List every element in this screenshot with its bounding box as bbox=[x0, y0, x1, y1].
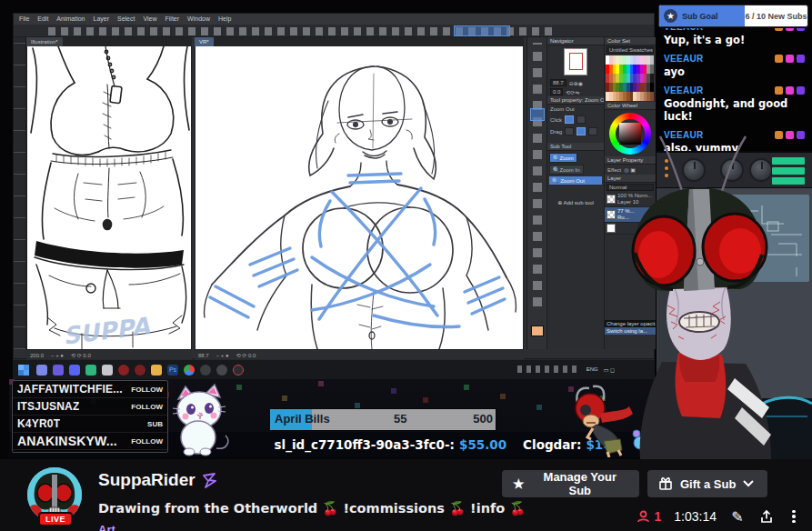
menu-animation: Animation bbox=[56, 15, 85, 24]
chat-message: VEEAUR Goodnight, and good luck! bbox=[664, 85, 805, 123]
menu-window: Window bbox=[187, 15, 210, 24]
paint-command-bar bbox=[14, 25, 654, 37]
heart-badge-icon bbox=[786, 28, 794, 31]
tool-property-toolname: Zoom Out bbox=[547, 105, 604, 114]
doc-tab-left: Illustration* bbox=[26, 37, 63, 46]
webcam-avatar bbox=[626, 135, 812, 459]
tool-property-header: Tool property: Zoom Out bbox=[547, 96, 604, 105]
taskbar-app-icon bbox=[233, 365, 244, 376]
canvas-left-artwork: SUPPA bbox=[27, 46, 191, 349]
line-tools-highlight bbox=[454, 25, 510, 36]
chat-message: VEEAUR Yup, it's a go! bbox=[664, 28, 805, 46]
viewer-count: 1 bbox=[637, 509, 661, 524]
canvas-right-artwork bbox=[195, 46, 523, 349]
subtool-zoom-in: 🔍Zoom In bbox=[549, 165, 584, 175]
manage-sub-button[interactable]: ★ Manage Your Sub bbox=[502, 470, 639, 497]
chat-badges bbox=[775, 55, 805, 63]
subtool-zoom: 🔍Zoom bbox=[549, 153, 577, 163]
color-swatches-grid bbox=[605, 55, 655, 102]
edit-pencil-icon[interactable]: ✎ bbox=[729, 508, 746, 525]
taskbar-folder-icon bbox=[151, 365, 162, 376]
canvas-watermark: SUPPA bbox=[62, 312, 152, 349]
channel-info-bar: LIVE SuppaRider Drawing from the Otherwo… bbox=[0, 459, 812, 531]
current-color-swatch bbox=[531, 326, 544, 336]
smiley-badge-icon bbox=[775, 55, 783, 63]
more-options-kebab[interactable] bbox=[787, 510, 800, 524]
goal-target: 500 bbox=[473, 412, 493, 426]
menu-select: Select bbox=[117, 15, 135, 24]
chevron-down-icon bbox=[743, 480, 754, 487]
speech-badge-icon bbox=[797, 86, 805, 95]
paint-menubar: File Edit Animation Layer Select View Fi… bbox=[14, 14, 654, 25]
event-row: K4YR0TSUB bbox=[13, 416, 167, 433]
heart-badge-icon bbox=[786, 86, 794, 95]
stream-video-player[interactable]: File Edit Animation Layer Select View Fi… bbox=[0, 0, 812, 459]
smiley-badge-icon bbox=[775, 86, 783, 95]
taskbar-app-icon bbox=[216, 365, 227, 376]
tool-property-click-row: Click bbox=[547, 114, 604, 125]
subtool-zoom-out-selected: 🔍 Zoom Out bbox=[549, 176, 602, 185]
paint-panel-column-b: Navigator 88.7⊖⊕◉ 0.0⟲⟳⇋ Tool property: … bbox=[546, 37, 604, 349]
stream-stats-row: 1 1:03:14 ✎ bbox=[582, 506, 800, 526]
navigator-rotate-value: 0.0⟲⟳⇋ bbox=[547, 87, 604, 96]
taskbar-app-icon bbox=[85, 365, 96, 376]
goal-label: April Bills bbox=[275, 412, 330, 426]
donation-entry: sl_id_c7710ff3-90a3-3fc0-:$55.00 bbox=[274, 437, 506, 452]
tool-property-drag-row: Drag bbox=[547, 125, 604, 137]
color-set-header: Color Set bbox=[605, 37, 656, 45]
speech-badge-icon bbox=[797, 28, 805, 31]
event-row: ITSJUSNAZFOLLOW bbox=[13, 398, 167, 416]
chat-badges bbox=[775, 28, 805, 31]
stream-title: Drawing from the Otherworld 🍒 !commissio… bbox=[98, 501, 526, 516]
canvas-left-document: Illustration* bbox=[26, 37, 192, 360]
star-badge-icon: ★ bbox=[664, 9, 677, 23]
live-badge: LIVE bbox=[38, 512, 73, 526]
donation-goal-bar: April Bills 55 500 bbox=[270, 409, 496, 430]
gift-sub-button[interactable]: Gift a Sub bbox=[647, 470, 767, 497]
chat-overlay: VEEAUR Yup, it's a go! VEEAUR ayo VEEAUR… bbox=[657, 28, 812, 151]
stream-overlay-strip: JAFFATWITCHFIE...FOLLOW ITSJUSNAZFOLLOW … bbox=[9, 379, 670, 457]
canvas-ruler bbox=[14, 37, 26, 349]
sub-goal-left: ★ Sub Goal bbox=[659, 5, 745, 26]
goal-current: 55 bbox=[394, 412, 406, 426]
verified-badge-icon bbox=[202, 473, 217, 488]
chat-badges bbox=[775, 86, 805, 95]
taskbar-app-icon bbox=[69, 365, 80, 376]
menu-filter: Filter bbox=[165, 15, 180, 24]
tray-language: ENG bbox=[586, 366, 598, 372]
taskbar-app-icon bbox=[135, 365, 145, 376]
windows-start-icon bbox=[18, 365, 29, 376]
menu-layer: Layer bbox=[93, 15, 109, 24]
channel-name[interactable]: SuppaRider bbox=[98, 470, 217, 490]
menu-help: Help bbox=[218, 15, 231, 24]
doc-tab-right: VR* bbox=[195, 37, 214, 46]
share-icon[interactable] bbox=[758, 508, 775, 525]
taskbar-app-icon bbox=[102, 365, 113, 376]
taskbar-photoshop-icon: Ps bbox=[167, 365, 178, 376]
viewer-person-icon bbox=[637, 510, 650, 524]
taskbar-app-icon bbox=[118, 365, 129, 376]
canvas-right-document: VR* bbox=[195, 37, 524, 360]
event-row: JAFFATWITCHFIE...FOLLOW bbox=[13, 381, 167, 398]
menu-edit: Edit bbox=[37, 15, 48, 24]
subtool-buttons: 🔍Zoom 🔍Zoom In 🔍 Zoom Out bbox=[547, 151, 604, 185]
taskbar-chrome-icon bbox=[184, 365, 195, 376]
paint-app-window: File Edit Animation Layer Select View Fi… bbox=[13, 13, 655, 359]
tool-icons bbox=[533, 43, 542, 306]
top-donation-ticker: sl_id_c7710ff3-90a3-3fc0-:$55.00 Clogdar… bbox=[9, 434, 620, 456]
taskbar-obs-icon bbox=[200, 365, 211, 376]
windows-taskbar: Ps ENG ▭ ◻ bbox=[13, 359, 655, 379]
taskbar-app-icon bbox=[36, 365, 47, 376]
taskbar-system-tray: ENG ▭ ◻ bbox=[517, 366, 615, 373]
tray-icons bbox=[517, 366, 581, 373]
zoom-tool-active bbox=[530, 108, 545, 121]
taskbar-app-icon bbox=[53, 365, 64, 376]
sub-goal-widget: ★ Sub Goal 6 / 10 New Subs bbox=[658, 5, 808, 27]
menu-file: File bbox=[19, 15, 29, 24]
add-subtool-row: ⊕ Add sub tool bbox=[547, 199, 604, 205]
subtool-panel-header: Sub Tool bbox=[547, 143, 604, 151]
category-link[interactable]: Art bbox=[98, 523, 115, 531]
stream-uptime: 1:03:14 bbox=[674, 509, 717, 524]
smiley-badge-icon bbox=[775, 28, 783, 31]
color-wheel-header: Color Wheel bbox=[605, 102, 656, 110]
